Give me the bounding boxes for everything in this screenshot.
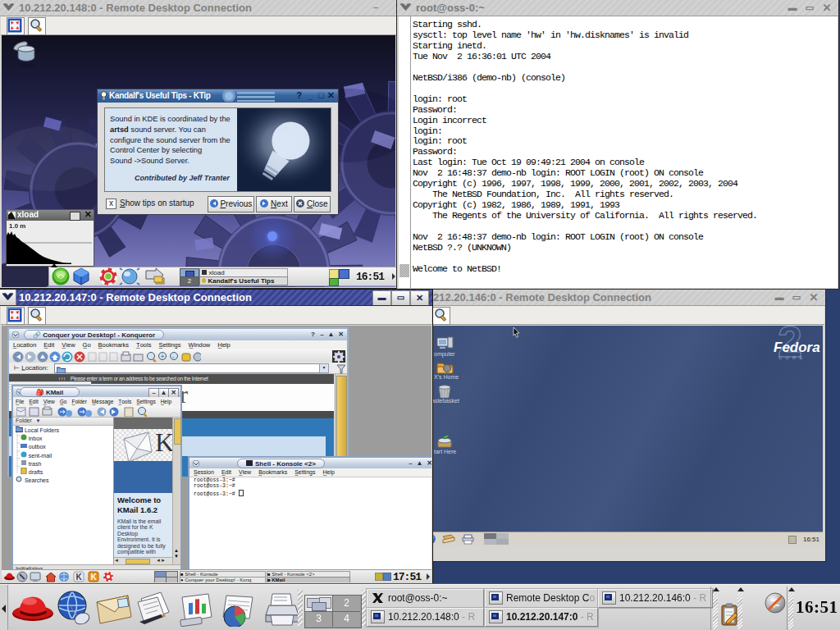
svg-text:K: K [91, 573, 98, 582]
svg-text:+: + [161, 354, 164, 359]
svg-text:K: K [76, 573, 83, 582]
